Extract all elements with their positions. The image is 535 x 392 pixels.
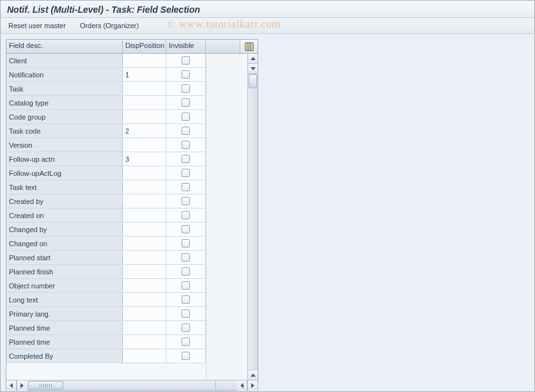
invisible-cell[interactable] <box>166 237 206 250</box>
invisible-cell[interactable] <box>166 110 206 123</box>
table-row[interactable]: Task <box>6 82 206 96</box>
invisible-cell[interactable] <box>166 321 206 334</box>
invisible-cell[interactable] <box>166 208 206 222</box>
vertical-scrollbar[interactable] <box>247 54 258 380</box>
disp-position-cell[interactable] <box>123 279 166 292</box>
invisible-cell[interactable] <box>166 68 206 81</box>
col-header-disp-position[interactable]: DispPosition <box>123 40 166 53</box>
table-settings-button[interactable] <box>240 40 258 53</box>
field-desc-cell[interactable]: Created on <box>6 208 123 222</box>
table-row[interactable]: Planned start <box>6 251 206 265</box>
col-header-invisible[interactable]: Invisible <box>166 40 206 53</box>
invisible-checkbox[interactable] <box>182 281 190 290</box>
invisible-checkbox[interactable] <box>182 211 190 219</box>
invisible-checkbox[interactable] <box>182 352 190 360</box>
invisible-cell[interactable] <box>166 307 206 320</box>
disp-position-cell[interactable] <box>123 307 166 320</box>
table-row[interactable]: Client <box>6 54 206 68</box>
scroll-down-button[interactable] <box>248 64 258 74</box>
invisible-cell[interactable] <box>166 152 206 166</box>
reset-user-master-button[interactable]: Reset user master <box>6 20 68 31</box>
field-desc-cell[interactable]: Version <box>6 138 123 152</box>
table-row[interactable]: Task code2 <box>6 124 206 138</box>
invisible-cell[interactable] <box>166 166 206 180</box>
invisible-checkbox[interactable] <box>182 324 190 332</box>
invisible-checkbox[interactable] <box>182 295 190 304</box>
scroll-right-button-2[interactable] <box>247 380 258 391</box>
field-desc-cell[interactable]: Client <box>6 54 123 67</box>
field-desc-cell[interactable]: Notification <box>6 68 123 81</box>
table-row[interactable]: Planned time <box>6 335 206 349</box>
invisible-cell[interactable] <box>166 54 206 67</box>
table-row[interactable]: Catalog type <box>6 96 206 110</box>
invisible-cell[interactable] <box>166 279 206 292</box>
disp-position-cell[interactable] <box>123 194 166 208</box>
table-row[interactable]: Follow-upActLog <box>6 166 206 180</box>
disp-position-cell[interactable] <box>123 208 166 222</box>
invisible-cell[interactable] <box>166 223 206 236</box>
invisible-cell[interactable] <box>166 138 206 152</box>
field-desc-cell[interactable]: Task <box>6 82 123 95</box>
invisible-checkbox[interactable] <box>182 253 190 262</box>
orders-organizer-button[interactable]: Orders (Organizer) <box>77 20 141 31</box>
table-row[interactable]: Code group <box>6 110 206 124</box>
invisible-checkbox[interactable] <box>182 127 190 135</box>
disp-position-cell[interactable] <box>123 321 166 334</box>
table-row[interactable]: Task text <box>6 180 206 194</box>
field-desc-cell[interactable]: Object number <box>6 279 123 292</box>
invisible-checkbox[interactable] <box>182 225 190 233</box>
disp-position-cell[interactable] <box>123 223 166 236</box>
disp-position-cell[interactable] <box>123 335 166 349</box>
disp-position-cell[interactable] <box>123 265 166 278</box>
table-row[interactable]: Long text <box>6 293 206 307</box>
invisible-cell[interactable] <box>166 180 206 194</box>
scroll-up-end-button[interactable] <box>248 370 258 380</box>
invisible-cell[interactable] <box>166 82 206 95</box>
disp-position-cell[interactable] <box>123 96 166 109</box>
vertical-scroll-thumb[interactable] <box>249 74 257 88</box>
table-row[interactable]: Planned finish <box>6 265 206 279</box>
table-row[interactable]: Object number <box>6 279 206 293</box>
field-desc-cell[interactable]: Planned time <box>6 335 123 349</box>
invisible-checkbox[interactable] <box>182 197 190 205</box>
disp-position-cell[interactable] <box>123 166 166 180</box>
disp-position-cell[interactable] <box>123 138 166 152</box>
field-desc-cell[interactable]: Created by <box>6 194 123 208</box>
table-row[interactable]: Changed by <box>6 223 206 237</box>
invisible-checkbox[interactable] <box>182 310 190 318</box>
invisible-cell[interactable] <box>166 124 206 137</box>
disp-position-cell[interactable] <box>123 349 166 363</box>
invisible-cell[interactable] <box>166 194 206 208</box>
invisible-checkbox[interactable] <box>182 267 190 276</box>
field-desc-cell[interactable]: Catalog type <box>6 96 123 109</box>
field-desc-cell[interactable]: Follow-up actn <box>6 152 123 166</box>
invisible-checkbox[interactable] <box>182 155 190 163</box>
disp-position-cell[interactable] <box>123 251 166 264</box>
table-row[interactable]: Created by <box>6 194 206 208</box>
horizontal-scrollbar[interactable] <box>6 380 258 390</box>
field-desc-cell[interactable]: Task text <box>6 180 123 194</box>
scroll-right-button[interactable] <box>17 380 27 391</box>
field-desc-cell[interactable]: Long text <box>6 293 123 306</box>
table-row[interactable]: Notification1 <box>6 68 206 82</box>
horizontal-scroll-track[interactable] <box>27 380 216 390</box>
vertical-scroll-track[interactable] <box>248 74 258 370</box>
field-desc-cell[interactable]: Planned start <box>6 251 123 264</box>
invisible-checkbox[interactable] <box>182 169 190 177</box>
invisible-cell[interactable] <box>166 96 206 109</box>
field-desc-cell[interactable]: Planned time <box>6 321 123 334</box>
table-row[interactable]: Follow-up actn3 <box>6 152 206 166</box>
invisible-cell[interactable] <box>166 349 206 363</box>
disp-position-cell[interactable] <box>123 180 166 194</box>
disp-position-cell[interactable] <box>123 82 166 95</box>
disp-position-cell[interactable] <box>123 110 166 123</box>
table-row[interactable]: Changed on <box>6 237 206 251</box>
invisible-checkbox[interactable] <box>182 84 190 93</box>
scroll-up-button[interactable] <box>248 54 258 64</box>
field-desc-cell[interactable]: Primary lang. <box>6 307 123 320</box>
field-desc-cell[interactable]: Code group <box>6 110 123 123</box>
field-desc-cell[interactable]: Changed by <box>6 223 123 236</box>
invisible-checkbox[interactable] <box>182 239 190 247</box>
horizontal-scroll-thumb[interactable] <box>28 381 63 389</box>
table-row[interactable]: Primary lang. <box>6 307 206 321</box>
